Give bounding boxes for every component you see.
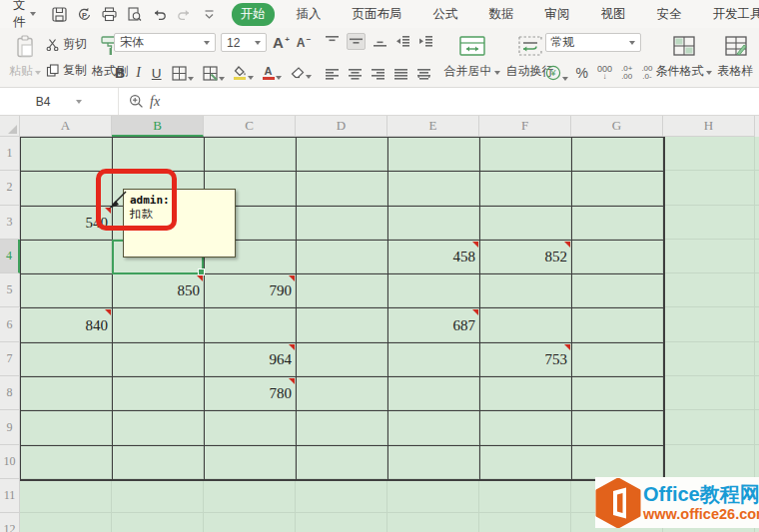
row-header-5[interactable]: 5 <box>0 273 20 307</box>
menu-tab-3[interactable]: 页面布局 <box>344 3 411 26</box>
row-header-3[interactable]: 3 <box>0 206 20 240</box>
indent-decrease-button[interactable] <box>394 34 411 49</box>
cell-B9[interactable] <box>113 411 205 445</box>
cell-F4[interactable]: 852 <box>480 241 572 274</box>
align-left-button[interactable] <box>324 67 341 82</box>
font-size-select[interactable]: 12 <box>221 33 267 52</box>
cell-G3[interactable] <box>572 207 664 241</box>
fx-label[interactable]: fx <box>150 94 160 110</box>
cell-E6[interactable]: 687 <box>388 308 480 342</box>
cell-G6[interactable] <box>572 308 664 342</box>
row-header-8[interactable]: 8 <box>0 376 20 410</box>
cell-F6[interactable] <box>480 308 572 342</box>
percent-button[interactable]: % <box>575 64 589 82</box>
cell-D9[interactable] <box>297 411 388 445</box>
column-header-G[interactable]: G <box>571 116 663 137</box>
cell-G1[interactable] <box>572 138 664 172</box>
undo-icon[interactable] <box>152 6 168 22</box>
cell-E8[interactable] <box>388 377 480 411</box>
column-header-B[interactable]: B <box>112 116 204 137</box>
cell-E5[interactable] <box>388 274 480 308</box>
cell-A4[interactable] <box>21 241 113 274</box>
cell-B8[interactable] <box>113 377 205 411</box>
menu-tab-4[interactable]: 公式 <box>424 3 467 26</box>
row-header-7[interactable]: 7 <box>0 342 20 376</box>
valign-top-button[interactable] <box>324 34 341 49</box>
align-justify-button[interactable] <box>392 67 409 82</box>
table-style-button[interactable]: 表格样 <box>715 33 757 82</box>
cell-G9[interactable] <box>572 411 664 445</box>
row-header-1[interactable]: 1 <box>0 137 20 171</box>
cell-A7[interactable] <box>21 343 113 377</box>
row-header-12[interactable]: 12 <box>0 513 20 532</box>
cell-G8[interactable] <box>572 377 664 411</box>
borders-button[interactable] <box>172 66 194 81</box>
save-icon[interactable] <box>52 6 68 22</box>
cell-F9[interactable] <box>480 411 572 445</box>
fill-handle[interactable] <box>198 268 205 275</box>
menu-tab-5[interactable]: 数据 <box>480 3 523 26</box>
align-distributed-button[interactable] <box>415 67 432 82</box>
cell-F3[interactable] <box>480 207 572 241</box>
cell-F7[interactable]: 753 <box>480 343 572 377</box>
cell-C9[interactable] <box>205 411 297 445</box>
cell-B7[interactable] <box>113 343 205 377</box>
cell-G4[interactable] <box>572 241 664 274</box>
cell-C6[interactable] <box>205 308 297 342</box>
increase-font-button[interactable]: A+ <box>272 36 285 50</box>
cell-E9[interactable] <box>388 411 480 445</box>
redo-icon[interactable] <box>177 6 193 22</box>
column-header-F[interactable]: F <box>479 116 571 137</box>
more-icon[interactable] <box>202 6 218 22</box>
select-all-corner[interactable] <box>0 116 20 137</box>
cell-A5[interactable] <box>21 274 113 308</box>
cell-E10[interactable] <box>388 446 480 480</box>
column-header-E[interactable]: E <box>387 116 479 137</box>
row-header-10[interactable]: 10 <box>0 445 20 479</box>
cell-D3[interactable] <box>297 207 388 241</box>
cell-C1[interactable] <box>205 138 297 172</box>
menu-tab-2[interactable]: 插入 <box>288 3 331 26</box>
cell-F8[interactable] <box>480 377 572 411</box>
cell-D4[interactable] <box>297 241 388 274</box>
cell-F2[interactable] <box>480 172 572 206</box>
cell-D10[interactable] <box>297 446 388 480</box>
cell-F5[interactable] <box>480 274 572 308</box>
cell-C5[interactable]: 790 <box>205 274 297 308</box>
bold-button[interactable]: B <box>114 64 126 82</box>
underline-button[interactable]: U <box>151 65 163 82</box>
cell-B5[interactable]: 850 <box>113 274 205 308</box>
increase-decimal-button[interactable]: .0+ .00 <box>620 64 633 82</box>
cell-B1[interactable] <box>113 138 205 172</box>
menu-tab-6[interactable]: 审阅 <box>536 3 579 26</box>
row-header-6[interactable]: 6 <box>0 308 20 342</box>
merge-center-button[interactable]: 合并居中 <box>441 33 503 82</box>
menu-tab-8[interactable]: 安全 <box>648 3 691 26</box>
cell-E4[interactable]: 458 <box>388 241 480 274</box>
cell-A6[interactable]: 840 <box>21 308 113 342</box>
cell-A8[interactable] <box>21 377 113 411</box>
cell-D2[interactable] <box>297 172 388 206</box>
valign-bottom-button[interactable] <box>372 34 388 49</box>
cell-D6[interactable] <box>297 308 388 342</box>
cut-button[interactable]: 剪切 <box>46 36 87 53</box>
cell-F1[interactable] <box>480 138 572 172</box>
zoom-formula-icon[interactable] <box>129 94 144 109</box>
thousand-separator-button[interactable]: 000 ↓ <box>596 64 613 82</box>
formula-input[interactable] <box>168 88 759 115</box>
row-header-2[interactable]: 2 <box>0 171 20 205</box>
cell-E2[interactable] <box>388 172 480 206</box>
cell-G10[interactable] <box>572 446 664 480</box>
paste-button[interactable]: 粘贴 <box>6 33 44 82</box>
cell-E7[interactable] <box>388 343 480 377</box>
cell-B6[interactable] <box>113 308 205 342</box>
cell-A9[interactable] <box>21 411 113 445</box>
cell-D1[interactable] <box>297 138 388 172</box>
print-preview-icon[interactable] <box>127 6 143 22</box>
cell-E3[interactable] <box>388 207 480 241</box>
cell-D7[interactable] <box>297 343 388 377</box>
italic-button[interactable]: I <box>135 64 142 82</box>
menu-tab-9[interactable]: 开发工具 <box>704 3 759 26</box>
cell-G7[interactable] <box>572 343 664 377</box>
currency-button[interactable]: ¥ <box>545 65 568 81</box>
